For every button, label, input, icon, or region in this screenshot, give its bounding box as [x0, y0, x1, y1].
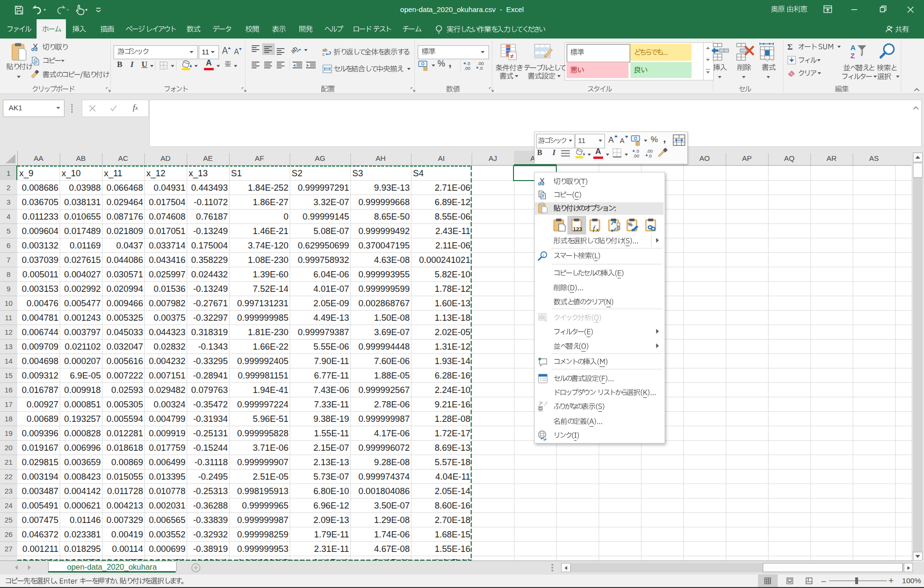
svg-text:.00: .00 — [464, 65, 470, 70]
svg-text:.0: .0 — [648, 153, 652, 158]
svg-text:ab: ab — [290, 45, 299, 55]
svg-text:123: 123 — [573, 226, 582, 232]
svg-text:Z: Z — [850, 52, 855, 60]
svg-text:.0: .0 — [479, 65, 483, 70]
svg-text:%: % — [628, 222, 633, 227]
svg-text:≠: ≠ — [510, 52, 513, 60]
svg-text:x: x — [596, 226, 599, 232]
svg-text:c: c — [322, 52, 325, 56]
svg-text:.00: .00 — [633, 153, 639, 158]
svg-text:A: A — [850, 43, 856, 52]
